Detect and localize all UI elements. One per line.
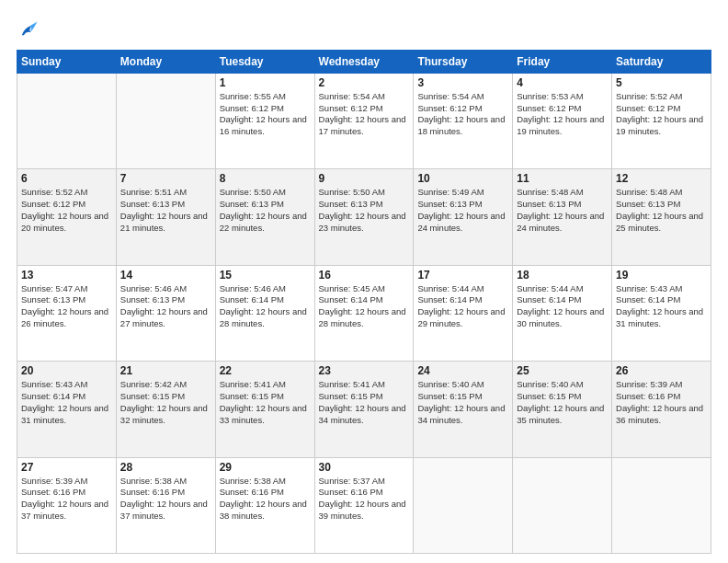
- day-info: Sunrise: 5:43 AM: [616, 283, 707, 295]
- calendar-day-cell: 21Sunrise: 5:42 AMSunset: 6:15 PMDayligh…: [116, 362, 215, 457]
- calendar-week-row: 20Sunrise: 5:43 AMSunset: 6:14 PMDayligh…: [17, 362, 711, 457]
- day-info: Sunset: 6:13 PM: [319, 199, 410, 211]
- day-number: 15: [220, 269, 311, 282]
- calendar-day-cell: 6Sunrise: 5:52 AMSunset: 6:12 PMDaylight…: [17, 169, 117, 265]
- day-number: 26: [616, 364, 707, 377]
- day-info: Daylight: 12 hours and 36 minutes.: [616, 403, 707, 427]
- calendar-week-row: 1Sunrise: 5:55 AMSunset: 6:12 PMDaylight…: [17, 73, 711, 168]
- calendar-day-header: Friday: [513, 50, 612, 73]
- day-info: Sunset: 6:14 PM: [220, 294, 311, 306]
- day-info: Sunrise: 5:55 AM: [220, 91, 311, 103]
- calendar-day-cell: 19Sunrise: 5:43 AMSunset: 6:14 PMDayligh…: [612, 265, 711, 361]
- calendar-day-cell: 1Sunrise: 5:55 AMSunset: 6:12 PMDaylight…: [215, 73, 314, 168]
- logo: [17, 17, 39, 40]
- day-number: 4: [517, 76, 608, 89]
- day-info: Sunset: 6:14 PM: [616, 294, 707, 306]
- day-info: Sunrise: 5:46 AM: [220, 283, 311, 295]
- day-info: Daylight: 12 hours and 19 minutes.: [517, 114, 608, 138]
- day-info: Sunset: 6:13 PM: [616, 199, 707, 211]
- calendar-day-header: Thursday: [414, 50, 513, 73]
- calendar-day-header: Sunday: [17, 50, 117, 73]
- day-number: 14: [120, 269, 211, 282]
- calendar-day-header: Saturday: [612, 50, 711, 73]
- day-info: Sunset: 6:13 PM: [120, 199, 211, 211]
- day-info: Sunrise: 5:38 AM: [120, 476, 211, 488]
- calendar-day-cell: 2Sunrise: 5:54 AMSunset: 6:12 PMDaylight…: [314, 73, 414, 168]
- calendar-day-cell: 5Sunrise: 5:52 AMSunset: 6:12 PMDaylight…: [612, 73, 711, 168]
- day-info: Sunset: 6:14 PM: [517, 294, 608, 306]
- day-number: 21: [120, 364, 211, 377]
- day-number: 29: [220, 461, 311, 474]
- day-info: Sunset: 6:15 PM: [319, 391, 410, 403]
- day-info: Sunrise: 5:39 AM: [616, 379, 707, 391]
- calendar-day-cell: 15Sunrise: 5:46 AMSunset: 6:14 PMDayligh…: [215, 265, 314, 361]
- day-info: Sunset: 6:14 PM: [417, 294, 508, 306]
- day-info: Sunset: 6:12 PM: [417, 103, 508, 115]
- day-info: Sunset: 6:15 PM: [517, 391, 608, 403]
- day-info: Daylight: 12 hours and 19 minutes.: [616, 114, 707, 138]
- day-info: Daylight: 12 hours and 24 minutes.: [517, 211, 608, 235]
- day-info: Sunset: 6:13 PM: [120, 294, 211, 306]
- day-info: Sunset: 6:13 PM: [220, 199, 311, 211]
- day-info: Sunrise: 5:47 AM: [21, 283, 112, 295]
- day-info: Sunrise: 5:52 AM: [21, 187, 112, 199]
- day-info: Sunset: 6:15 PM: [417, 391, 508, 403]
- day-info: Daylight: 12 hours and 28 minutes.: [220, 306, 311, 330]
- day-number: 30: [319, 461, 410, 474]
- day-number: 18: [517, 269, 608, 282]
- calendar-day-cell: 24Sunrise: 5:40 AMSunset: 6:15 PMDayligh…: [414, 362, 513, 457]
- day-number: 5: [616, 76, 707, 89]
- day-info: Daylight: 12 hours and 17 minutes.: [319, 114, 410, 138]
- day-info: Sunset: 6:13 PM: [21, 294, 112, 306]
- calendar-week-row: 6Sunrise: 5:52 AMSunset: 6:12 PMDaylight…: [17, 169, 711, 265]
- day-info: Sunset: 6:12 PM: [319, 103, 410, 115]
- calendar-day-cell: 17Sunrise: 5:44 AMSunset: 6:14 PMDayligh…: [414, 265, 513, 361]
- day-number: 23: [319, 364, 410, 377]
- day-number: 1: [220, 76, 311, 89]
- calendar-day-cell: [612, 457, 711, 553]
- day-info: Sunrise: 5:43 AM: [21, 379, 112, 391]
- day-info: Daylight: 12 hours and 16 minutes.: [220, 114, 311, 138]
- calendar-day-cell: 7Sunrise: 5:51 AMSunset: 6:13 PMDaylight…: [116, 169, 215, 265]
- day-info: Sunset: 6:13 PM: [417, 199, 508, 211]
- day-info: Daylight: 12 hours and 27 minutes.: [120, 306, 211, 330]
- day-number: 12: [616, 172, 707, 185]
- day-info: Sunrise: 5:41 AM: [220, 379, 311, 391]
- day-number: 2: [319, 76, 410, 89]
- calendar-day-cell: 18Sunrise: 5:44 AMSunset: 6:14 PMDayligh…: [513, 265, 612, 361]
- day-info: Sunset: 6:16 PM: [21, 487, 112, 499]
- day-info: Sunrise: 5:51 AM: [120, 187, 211, 199]
- day-number: 25: [517, 364, 608, 377]
- day-number: 11: [517, 172, 608, 185]
- day-info: Daylight: 12 hours and 28 minutes.: [319, 306, 410, 330]
- day-info: Sunset: 6:16 PM: [220, 487, 311, 499]
- day-info: Daylight: 12 hours and 30 minutes.: [517, 306, 608, 330]
- day-info: Daylight: 12 hours and 20 minutes.: [21, 211, 112, 235]
- calendar-table: SundayMondayTuesdayWednesdayThursdayFrid…: [17, 50, 711, 554]
- day-number: 8: [220, 172, 311, 185]
- day-info: Daylight: 12 hours and 18 minutes.: [417, 114, 508, 138]
- day-info: Daylight: 12 hours and 33 minutes.: [220, 403, 311, 427]
- calendar-day-cell: 13Sunrise: 5:47 AMSunset: 6:13 PMDayligh…: [17, 265, 117, 361]
- day-info: Daylight: 12 hours and 21 minutes.: [120, 211, 211, 235]
- day-info: Daylight: 12 hours and 29 minutes.: [417, 306, 508, 330]
- day-info: Daylight: 12 hours and 22 minutes.: [220, 211, 311, 235]
- day-info: Daylight: 12 hours and 37 minutes.: [120, 499, 211, 523]
- calendar-day-cell: [513, 457, 612, 553]
- day-info: Sunrise: 5:45 AM: [319, 283, 410, 295]
- day-number: 19: [616, 269, 707, 282]
- day-info: Sunrise: 5:40 AM: [517, 379, 608, 391]
- day-info: Sunset: 6:14 PM: [21, 391, 112, 403]
- day-info: Daylight: 12 hours and 25 minutes.: [616, 211, 707, 235]
- calendar-day-header: Tuesday: [215, 50, 314, 73]
- day-info: Sunset: 6:15 PM: [120, 391, 211, 403]
- day-info: Sunrise: 5:49 AM: [417, 187, 508, 199]
- day-info: Sunrise: 5:53 AM: [517, 91, 608, 103]
- calendar-day-cell: 3Sunrise: 5:54 AMSunset: 6:12 PMDaylight…: [414, 73, 513, 168]
- day-info: Sunrise: 5:44 AM: [517, 283, 608, 295]
- day-info: Daylight: 12 hours and 34 minutes.: [319, 403, 410, 427]
- day-info: Sunset: 6:16 PM: [616, 391, 707, 403]
- calendar-day-cell: 26Sunrise: 5:39 AMSunset: 6:16 PMDayligh…: [612, 362, 711, 457]
- calendar-day-cell: 11Sunrise: 5:48 AMSunset: 6:13 PMDayligh…: [513, 169, 612, 265]
- calendar-day-header: Wednesday: [314, 50, 414, 73]
